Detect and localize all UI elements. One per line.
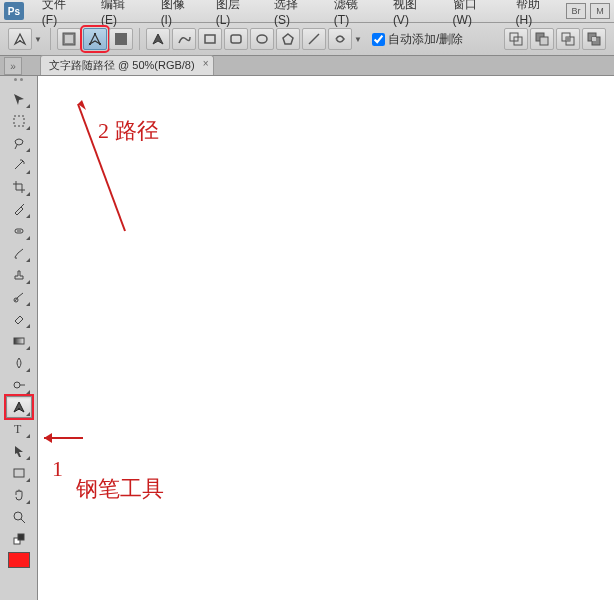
svg-marker-39 [44, 433, 52, 443]
wand-icon [11, 157, 27, 173]
path-combine-intersect-button[interactable] [556, 28, 580, 50]
healing-tool[interactable] [6, 220, 32, 242]
shape-icon [11, 465, 27, 481]
auto-add-delete-label: 自动添加/删除 [388, 31, 463, 48]
hand-tool[interactable] [6, 484, 32, 506]
eyedropper-tool[interactable] [6, 198, 32, 220]
paths-icon [87, 31, 103, 47]
tool-preset-button[interactable] [8, 28, 32, 50]
path-combine-exclude-button[interactable] [582, 28, 606, 50]
paths-mode-button[interactable] [83, 28, 107, 50]
blur-tool[interactable] [6, 352, 32, 374]
document-tab[interactable]: 文字路随路径 @ 50%(RGB/8) × [40, 55, 214, 75]
zoom-tool[interactable] [6, 506, 32, 528]
freeform-pen-option[interactable] [172, 28, 196, 50]
pen-tool-option[interactable] [146, 28, 170, 50]
rectangle-shape-option[interactable] [198, 28, 222, 50]
crop-icon [11, 179, 27, 195]
wand-tool[interactable] [6, 154, 32, 176]
svg-text:T: T [14, 422, 22, 436]
lasso-tool[interactable] [6, 132, 32, 154]
menu-image[interactable]: 图像(I) [151, 0, 206, 29]
pen-tool[interactable] [6, 396, 32, 418]
polygon-shape-option[interactable] [276, 28, 300, 50]
svg-rect-26 [14, 338, 24, 344]
menu-select[interactable]: 选择(S) [264, 0, 324, 29]
svg-rect-7 [205, 35, 215, 43]
path-combine-add-button[interactable] [504, 28, 528, 50]
gradient-tool[interactable] [6, 330, 32, 352]
type-tool[interactable]: T [6, 418, 32, 440]
app-logo: Ps [4, 2, 24, 20]
custom-shape-option[interactable] [328, 28, 352, 50]
eraser-tool[interactable] [6, 308, 32, 330]
mini-bridge-icon[interactable]: M [590, 3, 610, 19]
marquee-tool[interactable] [6, 110, 32, 132]
canvas-area[interactable]: 2 路径 1 钢笔工具 [38, 76, 614, 600]
rounded-rect-option[interactable] [224, 28, 248, 50]
auto-add-delete-checkbox[interactable]: 自动添加/删除 [372, 31, 463, 48]
menu-layer[interactable]: 图层(L) [206, 0, 264, 29]
combine-add-icon [508, 31, 524, 47]
foreground-color-swatch[interactable] [8, 552, 30, 568]
stamp-tool[interactable] [6, 264, 32, 286]
annotation-label-1: 钢笔工具 [76, 474, 164, 504]
fill-pixels-mode-button[interactable] [109, 28, 133, 50]
svg-rect-35 [18, 534, 24, 540]
document-tab-label: 文字路随路径 @ 50%(RGB/8) [49, 59, 195, 71]
dodge-tool[interactable] [6, 374, 32, 396]
shape-tool[interactable] [6, 462, 32, 484]
svg-rect-22 [14, 116, 24, 126]
path-selection-tool[interactable] [6, 440, 32, 462]
lasso-icon [11, 135, 27, 151]
annotation-num-1: 1 [52, 456, 63, 482]
svg-line-36 [78, 104, 125, 231]
history-brush-tool[interactable] [6, 286, 32, 308]
svg-rect-8 [231, 35, 241, 43]
svg-point-32 [14, 512, 22, 520]
panel-grip-icon[interactable] [2, 78, 36, 86]
brush-icon [11, 245, 27, 261]
hand-icon [11, 487, 27, 503]
svg-point-29 [18, 408, 20, 410]
svg-rect-6 [115, 33, 127, 45]
marquee-icon [11, 113, 27, 129]
menu-view[interactable]: 视图(V) [383, 0, 443, 29]
path-selection-icon [11, 443, 27, 459]
close-tab-icon[interactable]: × [203, 58, 209, 69]
move-tool[interactable] [6, 88, 32, 110]
svg-rect-15 [540, 37, 548, 45]
svg-rect-5 [94, 33, 96, 35]
menu-file[interactable]: 文件(F) [32, 0, 91, 29]
shape-layers-mode-button[interactable] [57, 28, 81, 50]
options-bar: ▼ ▼ 自动添加/删除 [0, 23, 614, 56]
path-combine-subtract-button[interactable] [530, 28, 554, 50]
custom-shape-icon [332, 31, 348, 47]
zoom-icon [11, 509, 27, 525]
brush-tool[interactable] [6, 242, 32, 264]
crop-tool[interactable] [6, 176, 32, 198]
stamp-icon [11, 267, 27, 283]
bridge-icon[interactable]: Br [566, 3, 586, 19]
menu-filter[interactable]: 滤镜(T) [324, 0, 383, 29]
healing-icon [11, 223, 27, 239]
auto-add-delete-input[interactable] [372, 33, 385, 46]
dropdown-arrow-icon[interactable]: ▼ [34, 35, 44, 44]
color-swap-icon [11, 531, 27, 547]
color-swap-tool[interactable] [6, 528, 32, 550]
menu-edit[interactable]: 编辑(E) [91, 0, 151, 29]
menu-help[interactable]: 帮助(H) [506, 0, 566, 29]
ellipse-icon [254, 31, 270, 47]
gradient-icon [11, 333, 27, 349]
annotation-arrow-2 [70, 96, 130, 236]
eraser-icon [11, 311, 27, 327]
freeform-pen-icon [176, 31, 192, 47]
rectangle-icon [202, 31, 218, 47]
tab-arrange-handle[interactable]: » [4, 57, 22, 75]
dodge-icon [11, 377, 27, 393]
menu-window[interactable]: 窗口(W) [443, 0, 506, 29]
ellipse-shape-option[interactable] [250, 28, 274, 50]
shape-options-arrow-icon[interactable]: ▼ [354, 35, 364, 44]
line-shape-option[interactable] [302, 28, 326, 50]
rounded-rect-icon [228, 31, 244, 47]
